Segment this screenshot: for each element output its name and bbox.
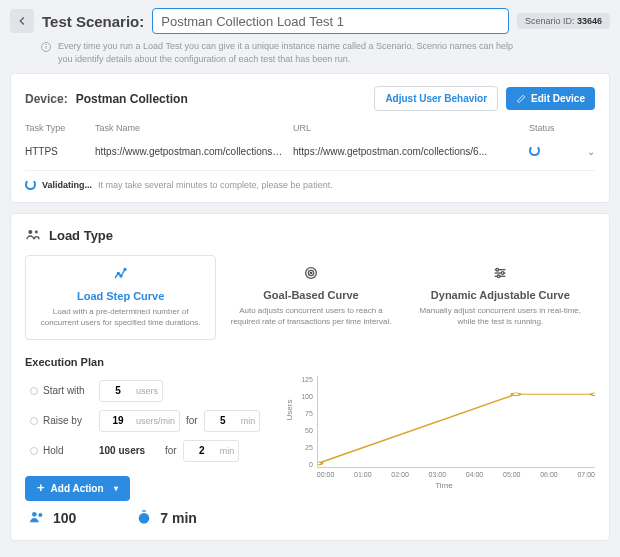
- svg-point-17: [318, 462, 322, 465]
- adjust-user-behavior-button[interactable]: Adjust User Behavior: [374, 86, 498, 111]
- svg-point-16: [498, 275, 501, 278]
- stopwatch-icon: [136, 509, 152, 528]
- validating-spinner-icon: [25, 179, 36, 190]
- device-label: Device:: [25, 92, 68, 106]
- table-row: HTTPS https://www.getpostman.com/collect…: [25, 137, 595, 166]
- svg-point-5: [117, 273, 119, 275]
- col-task-type: Task Type: [25, 123, 95, 133]
- svg-point-6: [120, 275, 122, 277]
- chart-xaxis: 00:00 01:00 02:00 03:00 04:00 05:00 06:0…: [317, 471, 595, 478]
- svg-point-21: [39, 513, 42, 516]
- svg-point-14: [496, 269, 499, 272]
- chart-yaxis: 125 100 75 50 25 0: [293, 376, 313, 468]
- scenario-label: Test Scenario:: [42, 13, 144, 30]
- svg-point-10: [310, 273, 311, 274]
- back-button[interactable]: [10, 9, 34, 33]
- device-card: Device: Postman Collection Adjust User B…: [10, 73, 610, 203]
- scenario-id-badge: Scenario ID: 33646: [517, 13, 610, 29]
- summary-duration: 7 min: [136, 509, 197, 528]
- exec-start-row: Start with users: [25, 376, 277, 406]
- edit-device-button[interactable]: Edit Device: [506, 87, 595, 110]
- users-icon: [29, 509, 45, 528]
- load-type-icon: [25, 226, 41, 245]
- exec-hold-row: Hold 100 users for min: [25, 436, 277, 466]
- dynamic-curve-option[interactable]: Dynamic Adjustable Curve Manually adjust…: [406, 255, 595, 339]
- svg-point-3: [28, 230, 32, 234]
- svg-point-4: [35, 231, 38, 234]
- svg-point-18: [512, 392, 520, 395]
- hold-minutes-input[interactable]: [188, 441, 216, 461]
- svg-point-15: [502, 272, 505, 275]
- col-status: Status: [529, 123, 579, 133]
- load-type-title: Load Type: [49, 228, 113, 243]
- status-spinner-icon: [529, 145, 540, 156]
- chart-xlabel: Time: [293, 481, 595, 490]
- execution-plan-label: Execution Plan: [25, 356, 595, 368]
- device-name: Postman Collection: [76, 92, 188, 106]
- svg-point-20: [32, 512, 36, 516]
- add-action-button[interactable]: Add Action: [25, 476, 130, 501]
- svg-point-22: [140, 513, 149, 522]
- start-users-input[interactable]: [104, 381, 132, 401]
- info-text: Every time you run a Load Test you can g…: [58, 40, 518, 65]
- load-type-card: Load Type Load Step Curve Load with a pr…: [10, 213, 610, 540]
- svg-point-2: [46, 44, 47, 45]
- raise-users-input[interactable]: [104, 411, 132, 431]
- svg-point-19: [591, 392, 595, 395]
- exec-raise-row: Raise by users/min for min: [25, 406, 277, 436]
- raise-minutes-input[interactable]: [209, 411, 237, 431]
- info-icon: [40, 41, 52, 53]
- scenario-name-input[interactable]: [152, 8, 509, 34]
- goal-based-curve-option[interactable]: Goal-Based Curve Auto adjusts concurrent…: [216, 255, 405, 339]
- col-url: URL: [293, 123, 529, 133]
- col-task-name: Task Name: [95, 123, 293, 133]
- svg-point-7: [124, 269, 126, 271]
- sliders-icon: [418, 265, 583, 283]
- row-expand-toggle[interactable]: ⌄: [579, 146, 595, 157]
- goal-icon: [228, 265, 393, 283]
- load-step-curve-option[interactable]: Load Step Curve Load with a pre-determin…: [25, 255, 216, 339]
- execution-chart: Users 125 100 75 50 25 0: [293, 376, 595, 486]
- validating-msg: It may take several minutes to complete,…: [98, 180, 333, 190]
- validating-label: Validating...: [42, 180, 92, 190]
- summary-users: 100: [29, 509, 76, 528]
- step-curve-icon: [38, 266, 203, 284]
